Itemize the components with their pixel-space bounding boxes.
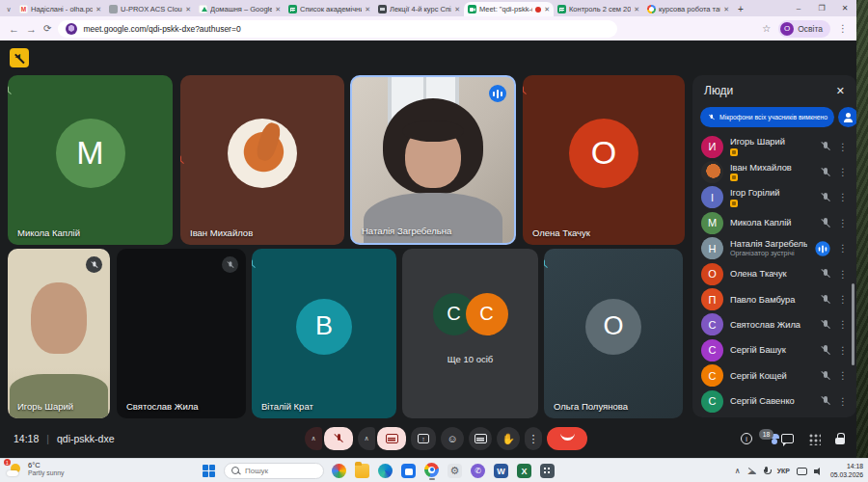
muted-mic-icon[interactable] (819, 166, 831, 178)
panel-scrollbar[interactable] (852, 283, 854, 365)
pointer-blocked-warning-badge[interactable] (10, 48, 29, 67)
participant-row[interactable]: М Микола Каплій ⋮ (692, 210, 856, 235)
participant-menu-icon[interactable]: ⋮ (838, 294, 848, 305)
forward-button[interactable]: → (26, 23, 37, 35)
participant-row[interactable]: С Сергій Кощей ⋮ (692, 363, 856, 388)
video-tile[interactable]: Іван Михайлов (180, 75, 344, 245)
tab-close-icon[interactable]: ✕ (365, 6, 370, 13)
volume-icon[interactable] (814, 467, 824, 475)
activities-grid-icon[interactable] (808, 433, 821, 445)
taskbar-item-settings[interactable]: ⚙ (447, 461, 463, 482)
video-tile[interactable]: Святослав Жила (117, 249, 246, 418)
tab-close-icon[interactable]: ✕ (634, 6, 639, 13)
video-tile[interactable]: О Олена Ткачук (523, 75, 685, 245)
meeting-info-icon[interactable]: i (741, 433, 752, 444)
reactions-button[interactable]: ☺ (441, 427, 464, 450)
back-button[interactable]: ← (9, 23, 19, 35)
video-tile[interactable]: Игорь Шарий (8, 249, 110, 418)
muted-mic-icon[interactable] (819, 318, 831, 331)
participant-menu-icon[interactable]: ⋮ (838, 167, 848, 177)
tray-expand-chevron[interactable]: ∧ (735, 467, 741, 475)
minimize-button[interactable]: – (787, 4, 810, 13)
language-indicator[interactable]: УКР (777, 468, 790, 474)
video-tile[interactable]: В Віталій Крат (252, 249, 396, 418)
muted-mic-icon[interactable] (819, 141, 831, 153)
more-options-button[interactable]: ⋮ (525, 427, 542, 450)
profile-button[interactable]: О Освіта (778, 20, 830, 38)
tab-close-icon[interactable]: ✕ (544, 6, 550, 13)
taskbar-search[interactable] (224, 463, 324, 479)
search-input[interactable] (245, 467, 312, 475)
participant-menu-icon[interactable]: ⋮ (838, 269, 848, 280)
participant-row[interactable]: О Олена Ткачук ⋮ (692, 261, 856, 286)
participant-menu-icon[interactable]: ⋮ (838, 396, 848, 407)
muted-mic-icon[interactable] (819, 293, 831, 306)
touch-keyboard-icon[interactable] (797, 468, 807, 475)
tab-meet-active[interactable]: Meet: "qdi-pskk-dxe" ✕ (464, 2, 554, 16)
tab-lectures[interactable]: Лекції 4-й курс Спільн ✕ (374, 2, 464, 16)
camera-toggle-button[interactable] (377, 427, 406, 450)
taskbar-item-store[interactable] (400, 461, 417, 482)
participant-row[interactable]: Іван Михайлов ⋮ (692, 159, 856, 184)
participant-row[interactable]: І Ігор Горілий ⋮ (692, 185, 856, 210)
participant-row[interactable]: С Сергій Савенко ⋮ (692, 388, 856, 414)
taskbar-item-calculator[interactable] (539, 461, 556, 482)
site-info-icon[interactable] (66, 23, 77, 35)
present-button[interactable]: ↑ (411, 427, 436, 450)
participant-menu-icon[interactable]: ⋮ (838, 370, 848, 381)
close-button[interactable]: ✕ (833, 4, 856, 13)
tab-close-icon[interactable]: ✕ (95, 6, 101, 13)
participant-row[interactable]: П Павло Бамбура ⋮ (692, 286, 856, 311)
muted-mic-icon[interactable] (819, 191, 831, 203)
video-tile[interactable]: М Микола Каплій (8, 75, 173, 245)
participant-row[interactable]: С Святослав Жила ⋮ (692, 312, 856, 337)
tab-close-icon[interactable]: ✕ (723, 6, 729, 13)
taskbar-item-chrome[interactable] (423, 461, 440, 482)
end-call-button[interactable] (547, 427, 587, 450)
video-tile[interactable]: О Ольга Полуянова (544, 249, 683, 418)
bookmark-star-icon[interactable]: ☆ (762, 23, 771, 34)
participant-row[interactable]: И Игорь Шарий ⋮ (692, 134, 856, 159)
host-controls-lock-icon[interactable] (835, 433, 845, 445)
tab-close-icon[interactable]: ✕ (454, 6, 460, 13)
participant-menu-icon[interactable]: ⋮ (838, 218, 848, 228)
add-people-button[interactable] (838, 107, 856, 127)
video-tile-active-speaker[interactable]: Наталія Загребельна (350, 75, 516, 245)
taskbar-clock[interactable]: 14:18 05.03.2026 (830, 463, 863, 479)
camera-options-chevron[interactable]: ∧ (358, 427, 375, 450)
tab-close-icon[interactable]: ✕ (185, 6, 191, 13)
maximize-button[interactable]: ❐ (810, 4, 833, 13)
muted-mic-icon[interactable] (819, 268, 831, 281)
participant-row[interactable]: С Сергій Башук ⋮ (692, 337, 856, 362)
reload-button[interactable]: ⟳ (43, 23, 51, 34)
participant-row-host[interactable]: Н Наталія ЗагребельнаОрганізатор зустріч… (692, 236, 856, 261)
tab-sheets-control[interactable]: Контроль 2 сем 2025-2 ✕ (554, 2, 643, 16)
taskbar-item-edge[interactable] (377, 461, 393, 482)
address-bar[interactable]: meet.google.com/qdi-pskk-dxe?authuser=0 (58, 20, 617, 38)
tab-search-chevron-icon[interactable]: ∨ (2, 2, 15, 16)
raise-hand-button[interactable]: ✋ (497, 427, 520, 450)
new-tab-button[interactable]: + (733, 2, 748, 16)
participant-menu-icon[interactable]: ⋮ (838, 142, 848, 152)
tab-drive[interactable]: Домашня – Google Диск ✕ (195, 2, 285, 16)
mic-toggle-button[interactable] (324, 427, 353, 450)
muted-mic-icon[interactable] (819, 369, 831, 382)
taskbar-item-explorer[interactable] (354, 461, 370, 482)
muted-mic-icon[interactable] (819, 217, 831, 229)
captions-button[interactable] (469, 427, 492, 450)
overflow-tile[interactable]: С С Ще 10 осіб (402, 249, 538, 418)
muted-mic-icon[interactable] (819, 344, 831, 357)
browser-menu-icon[interactable]: ⋮ (838, 23, 848, 34)
chat-icon[interactable] (781, 434, 794, 443)
participant-menu-icon[interactable]: ⋮ (838, 319, 848, 330)
tab-coursework[interactable]: курсова робота табли ✕ (643, 2, 733, 16)
onedrive-paused-icon[interactable]: ☁ (747, 467, 756, 476)
mic-options-chevron[interactable]: ∧ (305, 427, 322, 450)
taskbar-item-word[interactable]: W (493, 461, 509, 482)
participant-menu-icon[interactable]: ⋮ (838, 192, 848, 202)
tray-mic-icon[interactable] (763, 467, 771, 476)
start-button[interactable] (201, 461, 217, 482)
tab-gmail[interactable]: M Надіслані - olha.poluian ✕ (15, 2, 105, 16)
mute-all-button[interactable]: Мікрофони всіх учасників вимкнено (700, 107, 834, 127)
tab-close-icon[interactable]: ✕ (275, 6, 281, 13)
